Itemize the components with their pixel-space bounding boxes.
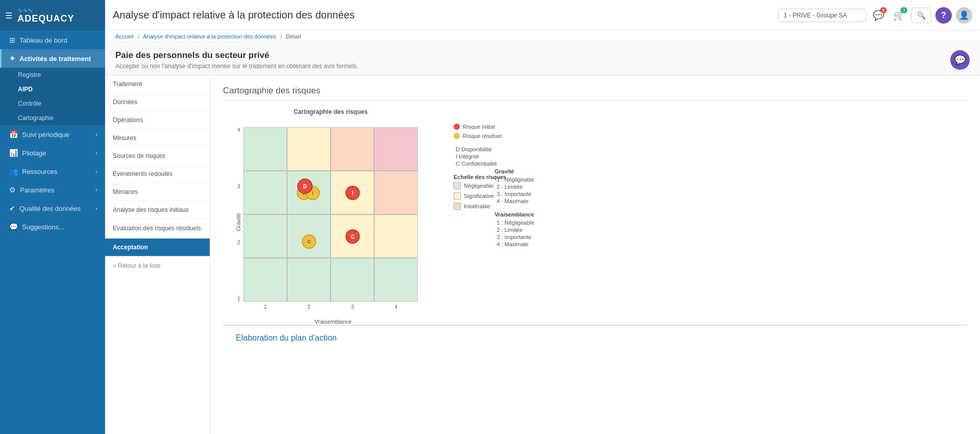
scale-green (454, 182, 461, 189)
topbar-right: 💬 8 🛒 3 🔍 ? 👤 (778, 7, 972, 24)
sidebar-sub-item-aipd[interactable]: AIPD (0, 82, 105, 96)
bubble-initial-I[interactable]: I (345, 186, 360, 200)
sidebar-sub-item-controle[interactable]: Contrôle (0, 96, 105, 111)
left-panel-item-acceptation[interactable]: Acceptation (105, 239, 210, 257)
vraisemblance-1: 1 : Négligeable (495, 220, 967, 226)
legend-residual-label: Risque résiduel (463, 133, 502, 139)
vraisemblance-3: 3 : Importante (495, 234, 967, 240)
scale-intolerable-label: Intolérable (464, 203, 490, 209)
ressources-icon: 👥 (9, 167, 18, 175)
bubble-initial-C[interactable]: C (345, 229, 360, 244)
sidebar-sub-item-registre[interactable]: Registre (0, 68, 105, 82)
left-panel-item-evenements-redoutes[interactable]: Evénements redoutés (105, 165, 210, 183)
pilotage-icon: 📊 (9, 149, 18, 157)
left-panel-item-operations[interactable]: Opérations (105, 111, 210, 129)
sidebar-item-parametres[interactable]: ⚙ Paramètres › (0, 181, 105, 199)
breadcrumb-sep1: / (138, 33, 139, 40)
initial-color-dot (454, 124, 460, 130)
logo: ∿∿∿ ADEQUACY (17, 7, 74, 24)
gravity-title: Gravité (495, 168, 967, 174)
dim-D: D Disponibilité (454, 146, 967, 152)
sidebar-item-suggestions[interactable]: 💬 Suggestions... (0, 218, 105, 236)
bubble-initial-D-overlay[interactable]: D (297, 179, 313, 194)
y-label-3: 3 (237, 184, 240, 189)
vraisemblance-title: Vraisemblance (495, 211, 967, 218)
risk-grid-container: D I I (243, 127, 418, 302)
y-label-1: 1 (237, 296, 240, 302)
left-panel-back-button[interactable]: « Retour à la liste (105, 257, 210, 274)
y-label-2: 2 (237, 240, 240, 245)
section-title-cartographie: Cartographie des risques (223, 86, 967, 101)
sidebar-item-label: Qualité des données (19, 205, 80, 212)
x-label-4: 4 (395, 304, 398, 310)
breadcrumb-home[interactable]: Accueil (115, 33, 133, 40)
scale-yellow (454, 192, 461, 200)
sidebar-item-label: Suggestions... (22, 223, 64, 231)
gravity-4: 4 : Maximale (495, 198, 967, 204)
chevron-right-icon: › (95, 131, 97, 137)
legend-vraisemblance: Vraisemblance 1 : Négligeable 2 : Limité… (495, 211, 967, 247)
x-label-1: 1 (264, 304, 267, 310)
left-panel-item-evaluation-residuels[interactable]: Evaluation des risques résiduels (105, 219, 210, 239)
left-panel-item-menaces[interactable]: Menaces (105, 183, 210, 201)
scale-orange (454, 203, 461, 210)
left-panel-item-sources-risques[interactable]: Sources de risques (105, 147, 210, 165)
chart-wrapper: Cartographie des risques Gravité 4 3 2 1 (223, 108, 967, 325)
sidebar: ☰ ∿∿∿ ADEQUACY ⊞ Tableau de bord ✦ Activ… (0, 0, 105, 434)
sidebar-item-activites-de-traitement[interactable]: ✦ Activités de traitement (0, 49, 105, 68)
page-header-title: Paie des personnels du secteur privé (115, 50, 358, 61)
comment-fab-button[interactable]: 💬 (950, 50, 970, 70)
sidebar-item-label: Pilotage (22, 149, 46, 157)
messages-badge: 8 (880, 7, 887, 14)
help-button[interactable]: ? (935, 7, 952, 24)
dim-C: C Confidentialité (454, 161, 967, 167)
bottom-section: Elaboration du plan d'action (223, 325, 967, 350)
left-panel-item-analyse-initiaux[interactable]: Analyse des risques initiaux (105, 201, 210, 219)
sidebar-item-label: Tableau de bord (19, 36, 67, 44)
left-panel-item-mesures[interactable]: Mesures (105, 129, 210, 147)
sidebar-item-suivi-periodique[interactable]: 📅 Suivi périodique › (0, 125, 105, 144)
suivi-icon: 📅 (9, 130, 18, 139)
bottom-title-colored: du plan d'action (279, 333, 337, 342)
bottom-section-title: Elaboration du plan d'action (236, 333, 954, 343)
sidebar-item-pilotage[interactable]: 📊 Pilotage › (0, 144, 105, 162)
left-panel-item-donnees[interactable]: Données (105, 93, 210, 111)
breadcrumb-current: Détail (286, 33, 301, 40)
sidebar-item-label: Ressources (22, 168, 57, 175)
search-button[interactable]: 🔍 (911, 8, 931, 23)
right-content: Cartographie des risques Cartographie de… (210, 75, 980, 434)
hamburger-icon[interactable]: ☰ (5, 11, 12, 21)
sidebar-item-qualite-donnees[interactable]: ✔ Qualité des données › (0, 199, 105, 218)
scale-negligeable-label: Négligeable (464, 183, 494, 189)
gravity-1: 1 : Négligeable (495, 176, 967, 183)
content-area: Traitement Données Opérations Mesures So… (105, 75, 980, 434)
legend-gravity: Gravité 1 : Négligeable 2 : Limitée 3 : … (495, 168, 967, 204)
bottom-title-plain: Elaboration (236, 333, 279, 342)
parametres-icon: ⚙ (9, 186, 16, 194)
x-label-2: 2 (308, 304, 311, 310)
topbar: Analyse d'impact relative à la protectio… (105, 0, 980, 31)
messages-button[interactable]: 💬 8 (870, 7, 887, 24)
org-select[interactable] (778, 9, 866, 22)
breadcrumb-parent[interactable]: Analyse d'impact relative à la protectio… (143, 33, 276, 40)
residual-color-dot (454, 133, 460, 139)
legend-residual: Risque résiduel (454, 133, 967, 139)
left-panel: Traitement Données Opérations Mesures So… (105, 75, 210, 434)
legend-risk-types: Risque initial Risque résiduel (454, 124, 967, 139)
page-header-text: Paie des personnels du secteur privé Acc… (115, 50, 358, 70)
bubble-residual-C[interactable]: C (302, 234, 316, 249)
dashboard-icon: ⊞ (9, 36, 15, 44)
user-avatar[interactable]: 👤 (956, 7, 972, 24)
sidebar-item-ressources[interactable]: 👥 Ressources › (0, 162, 105, 181)
breadcrumb-sep2: / (280, 33, 282, 40)
sidebar-item-label: Suivi périodique (22, 131, 70, 139)
notifications-badge: 3 (901, 7, 907, 14)
sidebar-item-tableau-de-bord[interactable]: ⊞ Tableau de bord (0, 31, 105, 49)
sidebar-item-label: Paramètres (20, 186, 54, 194)
notifications-button[interactable]: 🛒 3 (891, 7, 907, 24)
left-panel-item-traitement[interactable]: Traitement (105, 75, 210, 93)
main-content: Analyse d'impact relative à la protectio… (105, 0, 980, 434)
sidebar-item-label: Activités de traitement (19, 55, 91, 63)
legend-dimensions: D Disponibilité I Intégrité C Confidenti… (454, 146, 967, 167)
sidebar-sub-item-cartographie[interactable]: Cartographie (0, 111, 105, 125)
